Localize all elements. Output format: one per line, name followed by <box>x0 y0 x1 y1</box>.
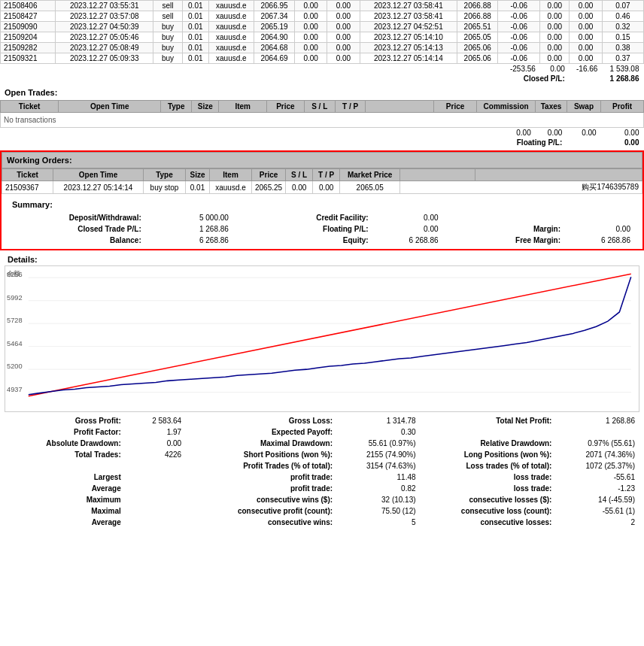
closed-pl-value: 1 268.86 <box>570 74 644 83</box>
total-commission: -253.56 <box>498 64 540 74</box>
floating-pl-row: Floating P/L: 0.00 <box>1 138 644 147</box>
col-profit: Profit <box>601 101 644 113</box>
summary-margin-label: Margin: <box>445 223 567 235</box>
no-transactions-text: No transactions <box>1 113 644 128</box>
working-orders-label: Working Orders: <box>2 152 642 168</box>
summary-row-1: Deposit/Withdrawal: 5 000.00 Credit Faci… <box>8 212 636 223</box>
stats-table: Gross Profit: 2 583.64 Gross Loss: 1 314… <box>5 415 639 528</box>
summary-margin-value: 0.00 <box>567 223 636 235</box>
closed-pl-row: Closed P/L: 1 268.86 <box>1 74 644 83</box>
col-commission: Commission <box>476 101 535 113</box>
svg-text:5728: 5728 <box>7 317 23 324</box>
stat-row: Gross Profit: 2 583.64 Gross Loss: 1 314… <box>5 415 639 426</box>
wo-col-empty2 <box>475 169 642 181</box>
open-total-3: 0.00 <box>567 128 600 138</box>
deposit-value: 5 000.00 <box>147 212 235 223</box>
floating-pl-label: Floating P/L: <box>1 138 567 147</box>
details-label: Details: <box>5 253 639 265</box>
details-section: Details: 余额 6256 5992 5728 5464 5200 493… <box>0 252 644 532</box>
col-item: Item <box>219 101 267 113</box>
summary-section: Summary: Deposit/Withdrawal: 5 000.00 Cr… <box>2 194 642 249</box>
summary-row-3: Balance: 6 268.86 Equity: 6 268.86 Free … <box>8 235 636 246</box>
summary-free-margin-label: Free Margin: <box>445 235 567 246</box>
no-transactions-row: No transactions <box>1 113 644 128</box>
closed-pl-label: Closed P/L: <box>1 74 570 83</box>
chart-svg: 6256 5992 5728 5464 5200 4937 <box>5 266 639 411</box>
col-tp: T / P <box>335 101 366 113</box>
col-size: Size <box>192 101 219 113</box>
stats-section: Gross Profit: 2 583.64 Gross Loss: 1 314… <box>5 412 639 531</box>
svg-line-12 <box>29 274 631 396</box>
summary-equity-label: Equity: <box>235 235 375 246</box>
working-orders-table: Ticket Open Time Type Size Item Price S … <box>2 168 642 194</box>
wo-col-market-price: Market Price <box>340 169 400 181</box>
svg-text:4937: 4937 <box>7 386 23 393</box>
stat-row: Average profit trade: 0.82 loss trade: -… <box>5 483 639 494</box>
summary-balance-value: 6 268.86 <box>147 235 235 246</box>
chart-y-label: 余额 <box>7 269 20 279</box>
wo-col-size: Size <box>186 169 210 181</box>
wo-col-empty1 <box>400 169 475 181</box>
closed-trades-table: 21508406 2023.12.27 03:55:31 sell 0.01 x… <box>0 0 644 83</box>
summary-floating-value: 0.00 <box>375 223 445 235</box>
working-orders-section: Working Orders: Ticket Open Time Typ <box>2 152 642 194</box>
summary-balance-label: Balance: <box>8 235 147 246</box>
summary-closed-pl-value: 1 268.86 <box>147 223 235 235</box>
summary-table: Deposit/Withdrawal: 5 000.00 Credit Faci… <box>8 212 636 246</box>
stat-row: Absolute Drawdown: 0.00 Maximal Drawdown… <box>5 438 639 449</box>
highlighted-section: Working Orders: Ticket Open Time Typ <box>0 150 644 250</box>
wo-col-sl: S / L <box>286 169 313 181</box>
closed-trade-row: 21509282 2023.12.27 05:08:49 buy 0.01 xa… <box>1 43 644 53</box>
open-total-2: 0.00 <box>536 128 567 138</box>
wo-col-price: Price <box>252 169 286 181</box>
col-swap: Swap <box>567 101 600 113</box>
svg-text:5992: 5992 <box>7 294 23 302</box>
stat-row: Profit Factor: 1.97 Expected Payoff: 0.3… <box>5 426 639 438</box>
svg-text:5200: 5200 <box>7 362 23 370</box>
stat-row: Maximal consecutive profit (count): 75.5… <box>5 505 639 517</box>
wo-col-item: Item <box>210 169 252 181</box>
working-orders-header-row: Ticket Open Time Type Size Item Price S … <box>2 169 642 181</box>
closed-totals-row: -253.56 0.00 -16.66 1 539.08 <box>1 64 644 74</box>
stat-row: Largest profit trade: 11.48 loss trade: … <box>5 472 639 483</box>
col-sl: S / L <box>304 101 335 113</box>
stat-row: Total Trades: 4226 Short Positions (won … <box>5 449 639 460</box>
col-empty <box>366 101 434 113</box>
col-price2: Price <box>434 101 477 113</box>
closed-trade-row: 21509321 2023.12.27 05:09:33 buy 0.01 xa… <box>1 53 644 64</box>
stat-row: Profit Trades (% of total): 3154 (74.63%… <box>5 460 639 472</box>
total-swap: -16.66 <box>570 64 603 74</box>
open-totals-row: 0.00 0.00 0.00 0.00 <box>1 128 644 138</box>
open-trades-label: Open Trades: <box>0 85 644 100</box>
summary-row-2: Closed Trade P/L: 1 268.86 Floating P/L:… <box>8 223 636 235</box>
open-trades-table: Ticket Open Time Type Size Item Price S … <box>0 100 644 147</box>
credit-label: Credit Facility: <box>235 212 375 223</box>
col-taxes: Taxes <box>536 101 567 113</box>
col-type: Type <box>161 101 192 113</box>
col-open-time: Open Time <box>59 101 161 113</box>
summary-floating-label: Floating P/L: <box>235 223 375 235</box>
closed-trade-row: 21508406 2023.12.27 03:55:31 sell 0.01 x… <box>1 1 644 11</box>
working-order-row: 21509367 2023.12.27 05:14:14 buy stop 0.… <box>2 181 642 194</box>
wo-col-open-time: Open Time <box>53 169 144 181</box>
total-profit: 1 539.08 <box>602 64 643 74</box>
wo-col-ticket: Ticket <box>2 169 53 181</box>
floating-pl-value: 0.00 <box>567 138 643 147</box>
open-total-4: 0.00 <box>601 128 644 138</box>
svg-text:5464: 5464 <box>7 340 23 347</box>
closed-trade-row: 21509204 2023.12.27 05:05:46 buy 0.01 xa… <box>1 32 644 43</box>
closed-trade-row: 21509090 2023.12.27 04:50:39 buy 0.01 xa… <box>1 22 644 32</box>
summary-equity-value: 6 268.86 <box>375 235 445 246</box>
closed-trade-row: 21508427 2023.12.27 03:57:08 sell 0.01 x… <box>1 11 644 22</box>
total-taxes: 0.00 <box>540 64 570 74</box>
deposit-label: Deposit/Withdrawal: <box>8 212 147 223</box>
summary-label: Summary: <box>8 197 636 212</box>
stat-row: Maximum consecutive wins ($): 32 (10.13)… <box>5 494 639 505</box>
open-trades-section: Open Trades: Ticket Open Time Type Size <box>0 83 644 149</box>
chart-container: 余额 6256 5992 5728 5464 5200 4937 0197373… <box>5 265 639 412</box>
open-total-1: 0.00 <box>476 128 535 138</box>
col-price: Price <box>266 101 304 113</box>
wo-col-tp: T / P <box>313 169 340 181</box>
summary-closed-pl-label: Closed Trade P/L: <box>8 223 147 235</box>
wo-col-type: Type <box>144 169 186 181</box>
